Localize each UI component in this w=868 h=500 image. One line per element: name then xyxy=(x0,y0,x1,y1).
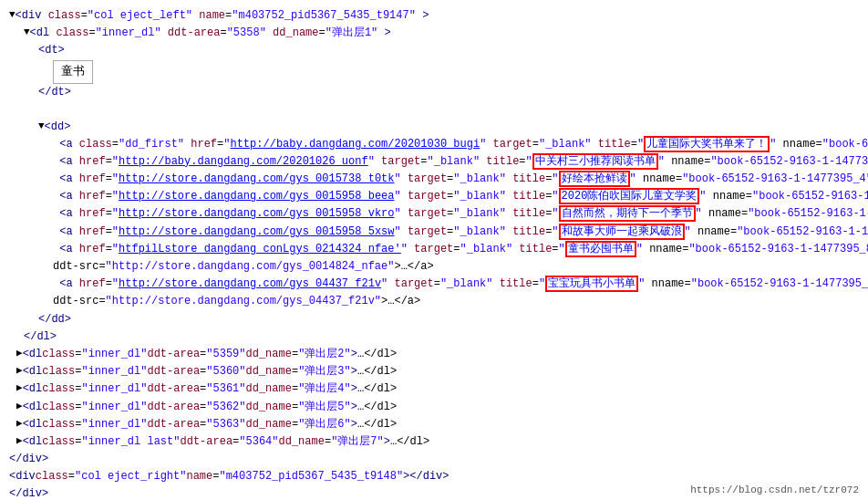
link-line-3: <a href="http://store.dangdang.com/gys_0… xyxy=(9,171,859,188)
line-1: ▼ <div class="col eject_left" name="m403… xyxy=(9,7,859,25)
title-highlight-3: 好绘本抢鲜读 xyxy=(559,171,630,187)
line-2: ▼ <dl class="inner_dl" ddt-area="5358" d… xyxy=(9,25,859,42)
toggle-2[interactable]: ▼ xyxy=(24,25,30,41)
toggle-dd[interactable]: ▼ xyxy=(38,119,45,135)
toggle-1[interactable]: ▼ xyxy=(9,7,16,24)
link-line-5: <a href="http://store.dangdang.com/gys_0… xyxy=(9,205,859,223)
line-close-dd: </dd> xyxy=(9,311,859,328)
line-close-dl: </dl> xyxy=(9,328,859,346)
line-4-tooltip: 童书 xyxy=(9,60,859,85)
link-line-7b: ddt-src="http://store.dangdang.com/gys_0… xyxy=(9,258,859,276)
code-text: <div class="col eject_left" name="m40375… xyxy=(16,7,429,25)
link-line-6: <a href="http://store.dangdang.com/gys_0… xyxy=(9,224,859,241)
tooltip-box: 童书 xyxy=(53,60,93,85)
watermark: https://blog.csdn.net/tzr072 xyxy=(690,484,859,495)
line-dd: ▼ <dd> xyxy=(9,119,859,136)
line-5: </dt> xyxy=(9,84,859,101)
div-eject-right: <div class="col eject_right" name="m4037… xyxy=(9,468,859,485)
title-highlight-4: 2020陈伯吹国际儿童文学奖 xyxy=(559,188,700,204)
dl-5359: ▶ <dl class="inner_dl" ddt-area="5359" d… xyxy=(9,346,859,363)
tooltip-text: 童书 xyxy=(61,65,85,78)
title-highlight-7: 童书必囤书单 xyxy=(565,241,636,257)
link-line-2: <a href="http://baby.dangdang.com/202010… xyxy=(9,153,859,171)
dl-5360: ▶ <dl class="inner_dl" ddt-area="5360" d… xyxy=(9,363,859,380)
link-line-7: <a href="htfpilLstore_dangdang_conLgys_0… xyxy=(9,241,859,258)
code-text: <dl class="inner_dl" ddt-area="5358" dd_… xyxy=(30,25,391,42)
link-line-4: <a href="http://store.dangdang.com/gys_0… xyxy=(9,188,859,205)
spacer xyxy=(9,102,859,119)
dl-5362: ▶ <dl class="inner_dl" ddt-area="5362" d… xyxy=(9,399,859,416)
close-div-eject-left: </div> xyxy=(9,451,859,468)
code-viewer: ▼ <div class="col eject_left" name="m403… xyxy=(0,0,868,500)
link-line-1: <a class="dd_first" href="http://baby.da… xyxy=(9,136,859,153)
dl-5361: ▶ <dl class="inner_dl" ddt-area="5361" d… xyxy=(9,380,859,398)
dl-5363: ▶ <dl class="inner_dl" ddt-area="5363" d… xyxy=(9,416,859,433)
title-highlight-2: 中关村三小推荐阅读书单 xyxy=(532,153,658,170)
link-line-8b: ddt-src="http://store.dangdang.com/gys_0… xyxy=(9,293,859,310)
title-highlight-8: 宝宝玩具书小书单 xyxy=(545,276,638,292)
title-highlight-5: 自然而然，期待下一个季节 xyxy=(559,205,696,222)
link-line-8: <a href="http://store.dangdang.com/gys_0… xyxy=(9,276,859,293)
line-3: <dt> xyxy=(9,42,859,59)
title-highlight-1: 儿童国际大奖书单来了！ xyxy=(644,136,770,152)
dl-5364: ▶ <dl class="inner_dl last" ddt-area="53… xyxy=(9,433,859,451)
title-highlight-6: 和故事大师一起乘风破浪 xyxy=(559,224,685,240)
